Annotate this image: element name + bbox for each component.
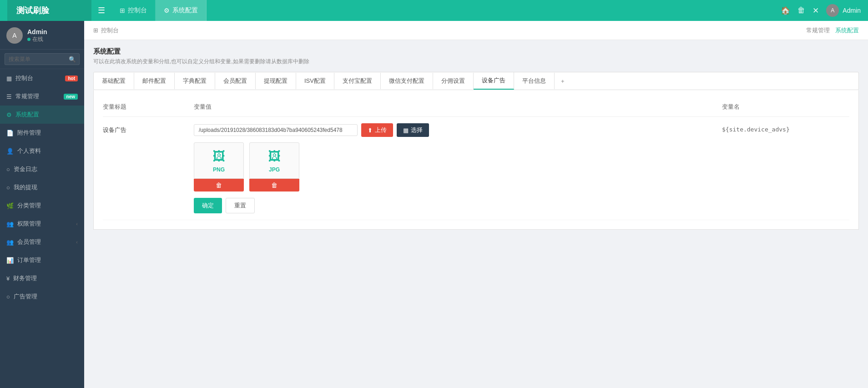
page-desc: 可以在此填改系统的变量和分组,也可以自定义分组和变量,如果需要删除请从数据库中删… [93,58,859,66]
normal-icon: ☰ [6,93,12,100]
select-button[interactable]: ▦ 选择 [397,123,429,137]
hot-badge: hot [65,76,78,81]
search-icon: 🔍 [69,56,76,63]
sidebar-item-attachment[interactable]: 📄 附件管理 [0,124,84,142]
sidebar-label-ads: 广告管理 [14,292,37,301]
upload-icon: ⬆ [368,127,373,134]
config-table-header: 变量标题 变量值 变量名 [103,99,849,117]
sidebar-item-permissions[interactable]: 👥 权限管理 ‹ [0,215,84,233]
row-name: ${site.device_advs} [722,123,849,133]
home-icon[interactable]: 🏠 [781,6,790,15]
sidebar-label-category: 分类管理 [17,202,41,210]
tab-add[interactable]: + [555,74,571,89]
username: Admin [843,7,861,14]
sidebar-label-finance: 财务管理 [13,274,37,282]
sidebar-item-profile[interactable]: 👤 个人资料 [0,142,84,160]
row-value: ⬆ 上传 ▦ 选择 🖼 [194,123,722,213]
page-header: 系统配置 可以在此填改系统的变量和分组,也可以自定义分组和变量,如果需要删除请从… [93,47,859,66]
sysconfig-tab-icon: ⚙ [164,7,170,14]
tab-split[interactable]: 分佣设置 [433,73,474,89]
tab-dict[interactable]: 字典配置 [175,73,215,89]
tab-dashboard[interactable]: ⊞ 控制台 [111,0,156,21]
avatar: A [826,4,839,17]
sidebar-label-members: 会员管理 [17,238,41,246]
tab-isv[interactable]: ISV配置 [296,73,334,89]
row-label: 设备广告 [103,123,194,134]
funds-icon: ○ [6,166,10,173]
tab-sysconfig[interactable]: ⚙ 系统配置 [156,0,207,21]
sidebar-label-profile: 个人资料 [17,147,41,155]
upload-button[interactable]: ⬆ 上传 [361,123,393,137]
dashboard-icon: ▦ [6,75,12,82]
delete-png-icon: 🗑 [216,181,222,189]
brand-text: 测试刷脸 [16,5,49,16]
sidebar-search-container: 🔍 [0,50,84,69]
sysconfig-icon: ⚙ [6,111,12,118]
sidebar-item-funds[interactable]: ○ 资金日志 [0,160,84,178]
sidebar-item-category[interactable]: 🌿 分类管理 [0,197,84,215]
breadcrumb-item: 控制台 [101,26,119,35]
sidebar-item-normal[interactable]: ☰ 常规管理 new [0,87,84,106]
main-content: ⊞ 控制台 常规管理 系统配置 系统配置 可以在此填改系统的变量和分组,也可以自… [84,21,868,388]
tab-withdraw[interactable]: 提现配置 [256,73,296,89]
jpg-thumb[interactable]: 🖼 JPG [249,142,299,179]
menu-toggle-icon[interactable]: ☰ [91,0,111,21]
permissions-arrow-icon: ‹ [76,221,78,227]
sidebar-nav: ▦ 控制台 hot ☰ 常规管理 new ⚙ 系统配置 [0,69,84,388]
config-tabs: 基础配置 邮件配置 字典配置 会员配置 提现配置 ISV配置 支付宝配置 微信支… [93,72,859,90]
members-icon: 👥 [6,239,14,246]
top-nav-left: 测试刷脸 ☰ ⊞ 控制台 ⚙ 系统配置 [7,0,207,21]
link-normal-management[interactable]: 常规管理 [806,26,830,35]
select-btn-icon: ▦ [403,127,409,134]
table-row: 设备广告 ⬆ 上传 ▦ 选择 [103,117,849,220]
fullscreen-icon[interactable]: ✕ [812,6,819,15]
tab-wechat[interactable]: 微信支付配置 [381,73,433,89]
jpg-icon: 🖼 [268,149,281,164]
sysconfig-tab-label: 系统配置 [172,6,198,15]
sidebar-item-members[interactable]: 👥 会员管理 ‹ [0,233,84,251]
sub-header: ⊞ 控制台 常规管理 系统配置 [84,21,868,40]
reset-button[interactable]: 重置 [226,198,255,213]
delete-jpg-button[interactable]: 🗑 [249,179,299,191]
tab-platform[interactable]: 平台信息 [514,73,555,89]
top-nav-tabs: ⊞ 控制台 ⚙ 系统配置 [111,0,207,21]
sidebar-item-ads[interactable]: ○ 广告管理 [0,287,84,306]
upload-path-input[interactable] [194,124,358,136]
action-buttons: 确定 重置 [194,198,722,213]
header-name: 变量名 [722,103,849,111]
upload-input-row: ⬆ 上传 ▦ 选择 [194,123,722,137]
tab-basic[interactable]: 基础配置 [94,73,134,89]
tab-alipay[interactable]: 支付宝配置 [334,73,381,89]
content-area: 系统配置 可以在此填改系统的变量和分组,也可以自定义分组和变量,如果需要删除请从… [84,40,868,388]
tab-mail[interactable]: 邮件配置 [134,73,175,89]
new-badge: new [64,94,78,100]
sidebar-label-withdraw: 我的提现 [14,183,37,191]
png-thumb[interactable]: 🖼 PNG [194,142,244,179]
sidebar-user: A Admin 在线 [0,21,84,50]
top-nav: 测试刷脸 ☰ ⊞ 控制台 ⚙ 系统配置 🏠 🗑 ✕ A Admin [0,0,868,21]
confirm-button[interactable]: 确定 [194,198,222,213]
config-section: 变量标题 变量值 变量名 设备广告 ⬆ 上传 [93,90,859,230]
image-thumb-png: 🖼 PNG 🗑 [194,142,244,191]
link-sysconfig[interactable]: 系统配置 [835,26,859,35]
category-icon: 🌿 [6,202,14,209]
status-dot [27,38,30,41]
sidebar-item-sysconfig[interactable]: ⚙ 系统配置 [0,106,84,124]
tab-device-ad[interactable]: 设备广告 [474,72,514,90]
sidebar-item-dashboard[interactable]: ▦ 控制台 hot [0,69,84,87]
sidebar-label-attachment: 附件管理 [17,129,41,137]
delete-icon[interactable]: 🗑 [797,6,805,15]
sidebar-item-withdraw[interactable]: ○ 我的提现 [0,178,84,197]
profile-icon: 👤 [6,148,14,155]
user-menu[interactable]: A Admin [826,4,861,17]
tab-member[interactable]: 会员配置 [215,73,256,89]
delete-png-button[interactable]: 🗑 [194,179,244,191]
finance-icon: ¥ [6,275,10,282]
sidebar-item-finance[interactable]: ¥ 财务管理 [0,269,84,287]
permissions-icon: 👥 [6,221,14,227]
sidebar-avatar: A [6,27,23,44]
sub-header-links: 常规管理 系统配置 [806,26,859,35]
withdraw-icon: ○ [6,184,10,191]
sidebar-item-orders[interactable]: 📊 订单管理 [0,251,84,269]
sidebar-label-orders: 订单管理 [17,256,41,264]
